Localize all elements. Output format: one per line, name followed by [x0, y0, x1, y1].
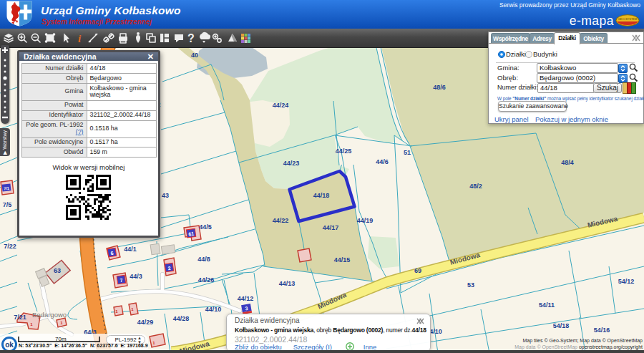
svg-text:44/8: 44/8: [197, 256, 210, 263]
svg-text:7/1: 7/1: [4, 186, 9, 191]
svg-text:43: 43: [162, 192, 169, 199]
svg-text:44/25: 44/25: [336, 148, 352, 155]
svg-text:44/3: 44/3: [130, 273, 142, 280]
svg-text:44/19: 44/19: [357, 217, 374, 224]
svg-text:53: 53: [467, 281, 474, 289]
svg-text:44/10: 44/10: [205, 306, 222, 313]
svg-text:44/15: 44/15: [334, 256, 351, 263]
svg-text:48/6: 48/6: [433, 84, 446, 91]
svg-text:7/21: 7/21: [14, 314, 26, 321]
svg-text:54/12: 54/12: [618, 278, 635, 285]
svg-text:69: 69: [414, 267, 421, 274]
svg-text:44/1: 44/1: [124, 246, 137, 253]
svg-text:ok: ok: [5, 341, 14, 349]
svg-text:44/6: 44/6: [376, 158, 389, 165]
svg-text:GEO-SYSTEM: GEO-SYSTEM: [618, 17, 638, 21]
svg-text:44/28: 44/28: [173, 315, 190, 322]
svg-text:54/11: 54/11: [539, 301, 555, 309]
svg-text:54/16: 54/16: [594, 327, 610, 334]
svg-text:51: 51: [404, 149, 411, 156]
svg-text:44/26: 44/26: [198, 276, 215, 284]
svg-text:7/22: 7/22: [4, 243, 16, 250]
svg-text:44/22: 44/22: [273, 217, 289, 224]
svg-text:44/5: 44/5: [199, 223, 212, 231]
svg-text:i: i: [78, 33, 82, 44]
svg-text:44/13: 44/13: [279, 280, 296, 287]
svg-text:61: 61: [188, 231, 195, 237]
svg-text:54/18: 54/18: [553, 322, 570, 329]
svg-text:?: ?: [187, 32, 195, 44]
svg-text:48/2: 48/2: [469, 183, 482, 190]
svg-text:44/12: 44/12: [238, 295, 254, 302]
svg-text:63: 63: [54, 267, 61, 274]
svg-text:48/4: 48/4: [561, 159, 574, 166]
svg-text:Będargowo: Będargowo: [32, 311, 67, 319]
svg-text:44/23: 44/23: [283, 160, 300, 167]
svg-text:7/5: 7/5: [3, 201, 12, 208]
svg-text:44/29: 44/29: [137, 319, 154, 326]
svg-text:4/10: 4/10: [429, 328, 442, 335]
svg-text:44/24: 44/24: [273, 102, 289, 109]
svg-text:44/18: 44/18: [313, 192, 330, 199]
svg-text:70m: 70m: [55, 336, 67, 342]
svg-text:40: 40: [191, 52, 198, 59]
svg-text:44/17: 44/17: [323, 224, 339, 231]
